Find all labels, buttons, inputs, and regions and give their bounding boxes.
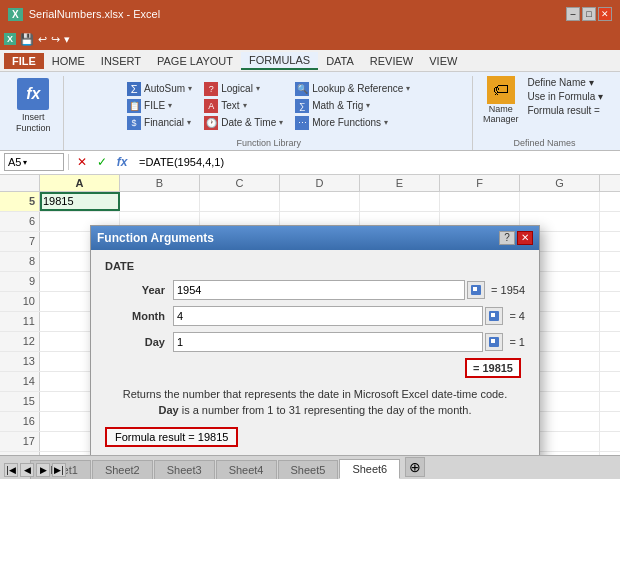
sigma-icon: Σ [127,82,141,96]
cell[interactable] [520,192,600,211]
dialog-day-result: = 1 [509,336,525,348]
mathtrig-btn[interactable]: ∑ Math & Trig▾ [292,98,413,114]
sheet-tab-4[interactable]: Sheet4 [216,460,277,479]
text-icon: A [204,99,218,113]
financial-btn[interactable]: $ Financial▾ [124,115,195,131]
dialog-year-input[interactable] [173,280,465,300]
dialog-month-cell-btn[interactable] [485,307,503,325]
tab-review[interactable]: REVIEW [362,53,421,69]
sheet-first-btn[interactable]: |◀ [4,463,18,477]
cell[interactable] [120,192,200,211]
cell[interactable] [600,192,620,211]
dialog-month-input[interactable] [173,306,483,326]
row-number: 16 [0,412,40,431]
row-number: 17 [0,432,40,451]
cell[interactable] [600,232,620,251]
row-number: 8 [0,252,40,271]
dialog-year-cell-btn[interactable] [467,281,485,299]
col-header-c: C [200,175,280,191]
dialog-body: DATE Year = 1954 Month [91,250,539,455]
dialog-description: Returns the number that represents the d… [105,386,525,419]
tab-home[interactable]: HOME [44,53,93,69]
dialog-close-btn[interactable]: ✕ [517,231,533,245]
lookup-icon: 🔍 [295,82,309,96]
close-btn[interactable]: ✕ [598,7,612,21]
sheet-tab-6[interactable]: Sheet6 [339,459,400,479]
defined-names-col: Define Name ▾ Use in Formula ▾ Formula r… [524,76,606,117]
sheet-tab-5[interactable]: Sheet5 [278,460,339,479]
tab-pagelayout[interactable]: PAGE LAYOUT [149,53,241,69]
ribbon-group-insert-function: fx InsertFunction [4,76,64,150]
text-btn[interactable]: A Text▾ [201,98,286,114]
sheet-last-btn[interactable]: ▶| [52,463,66,477]
dialog-formula-result-label: Formula result = [115,431,198,443]
dialog-year-result: = 1954 [491,284,525,296]
logical-btn[interactable]: ? Logical▾ [201,81,286,97]
cell[interactable] [600,312,620,331]
save-icon[interactable]: 💾 [20,33,34,46]
group-label-defined-names: Defined Names [513,138,575,148]
undo-icon[interactable]: ↩ [38,33,47,46]
tab-data[interactable]: DATA [318,53,362,69]
cell[interactable] [600,332,620,351]
cell[interactable] [600,272,620,291]
cell[interactable] [600,212,620,231]
cell[interactable] [360,192,440,211]
cell[interactable] [440,192,520,211]
maximize-btn[interactable]: □ [582,7,596,21]
name-box[interactable]: A5 ▾ [4,153,64,171]
dialog-day-cell-btn[interactable] [485,333,503,351]
tab-view[interactable]: VIEW [421,53,465,69]
cell[interactable] [600,412,620,431]
cell[interactable] [200,192,280,211]
formula-display: =DATE(1954,4,1) [135,156,616,168]
define-name-btn[interactable]: Define Name ▾ [524,76,606,89]
dialog-day-input-wrap: = 1 [173,332,525,352]
lookup-btn[interactable]: 🔍 Lookup & Reference▾ [292,81,413,97]
datetime-btn[interactable]: 🕐 Date & Time▾ [201,115,286,131]
dialog-day-input[interactable] [173,332,483,352]
cell[interactable] [600,432,620,451]
sheet-add-btn[interactable]: ⊕ [405,457,425,477]
name-manager-btn[interactable]: 🏷 NameManager [483,76,519,124]
sheet-prev-btn[interactable]: ◀ [20,463,34,477]
cell[interactable] [600,292,620,311]
corner-cell [0,175,40,191]
row-number: 12 [0,332,40,351]
formula-bar-buttons: ✕ ✓ fx [73,153,131,171]
group-label-function-library: Function Library [236,138,301,148]
sheet-tab-2[interactable]: Sheet2 [92,460,153,479]
recently-used-btn[interactable]: 📋 FILE▾ [124,98,195,114]
fx-icon: fx [17,78,49,110]
cancel-formula-btn[interactable]: ✕ [73,153,91,171]
dialog-formula-result-area: Formula result = 19815 [105,427,525,455]
minimize-btn[interactable]: – [566,7,580,21]
cell[interactable] [600,392,620,411]
insert-function-bar-btn[interactable]: fx [113,153,131,171]
cell[interactable] [280,192,360,211]
dialog-month-row: Month = 4 [105,306,525,326]
dialog-help-btn[interactable]: ? [499,231,515,245]
sheet-tab-3[interactable]: Sheet3 [154,460,215,479]
autosum-btn[interactable]: Σ AutoSum▾ [124,81,195,97]
tab-insert[interactable]: INSERT [93,53,149,69]
customize-icon[interactable]: ▾ [64,33,70,46]
sheet-next-btn[interactable]: ▶ [36,463,50,477]
logical-icon: ? [204,82,218,96]
cell[interactable] [600,352,620,371]
svg-rect-1 [473,287,477,291]
cell[interactable] [600,252,620,271]
insert-function-btn[interactable]: fx InsertFunction [12,76,55,136]
cell[interactable] [600,372,620,391]
cell[interactable]: 19815 [40,192,120,211]
ribbon-col-3: 🔍 Lookup & Reference▾ ∑ Math & Trig▾ ⋯ M… [292,81,413,131]
dialog-formula-result-box: Formula result = 19815 [105,427,238,447]
confirm-formula-btn[interactable]: ✓ [93,153,111,171]
tab-formulas[interactable]: FORMULAS [241,52,318,70]
use-in-formula-btn[interactable]: Use in Formula ▾ [524,90,606,103]
redo-icon[interactable]: ↪ [51,33,60,46]
function-arguments-dialog[interactable]: Function Arguments ? ✕ DATE Year = 1954 [90,225,540,455]
create-from-btn[interactable]: Formula result = [524,104,606,117]
tab-file[interactable]: FILE [4,53,44,69]
morefuncs-btn[interactable]: ⋯ More Functions▾ [292,115,413,131]
